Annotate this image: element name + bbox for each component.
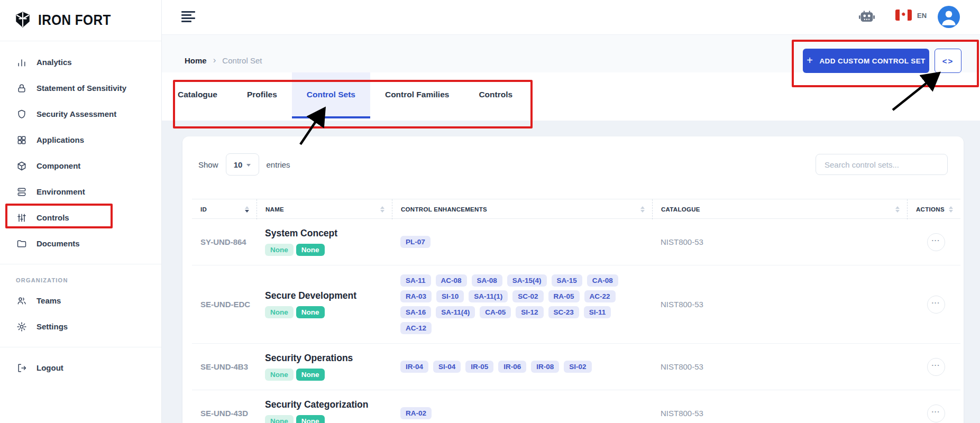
sidebar-item-security-assessment[interactable]: Security Assessment <box>0 101 161 127</box>
hamburger-menu-icon[interactable] <box>181 11 195 24</box>
top-bar: EN <box>162 0 980 35</box>
tab-controls[interactable]: Controls <box>464 72 527 118</box>
enhancement-chip: IR-05 <box>465 361 493 373</box>
folder-icon <box>16 238 28 250</box>
sidebar-item-documents[interactable]: Documents <box>0 231 161 256</box>
enhancement-chip: AC-12 <box>400 322 432 334</box>
column-header-catalogue[interactable]: CATALOGUE <box>652 199 907 219</box>
control-sets-table: ID NAME CONTROL ENHANCEMENTS CATALOGUE <box>192 199 960 423</box>
lock-icon <box>16 82 28 94</box>
code-icon: <> <box>942 57 954 66</box>
table-row: SE-UND-EDC Secure Development NoneNone S… <box>192 265 960 344</box>
breadcrumb-home[interactable]: Home <box>185 56 207 65</box>
tab-control-sets[interactable]: Control Sets <box>292 72 370 118</box>
row-name-cell: Security Categorization NoneNone <box>257 399 392 423</box>
grid-icon <box>16 134 28 146</box>
plus-icon: + <box>807 54 813 67</box>
show-label: Show <box>198 160 218 169</box>
enhancement-chip: SA-15(4) <box>507 274 547 287</box>
sidebar: IRON FORT Analytics Statement of Sensiti… <box>0 0 162 423</box>
entries-label: entries <box>267 160 290 169</box>
ellipsis-icon: ··· <box>932 408 940 416</box>
sort-icon <box>895 206 900 213</box>
row-badges: NoneNone <box>265 369 388 381</box>
row-id: SE-UND-43D <box>192 409 257 418</box>
row-actions-cell: ··· <box>907 296 960 314</box>
ellipsis-icon: ··· <box>932 361 940 369</box>
chevron-right-icon: › <box>213 55 216 66</box>
column-header-name[interactable]: NAME <box>257 199 392 219</box>
enhancement-chip: RA-02 <box>400 407 432 419</box>
sidebar-item-component[interactable]: Component <box>0 153 161 179</box>
control-sets-card: Show 10 entries ID NAME <box>182 136 964 423</box>
robot-icon[interactable] <box>858 7 876 25</box>
tab-strip: Catalogue Profiles Control Sets Control … <box>162 72 980 121</box>
sidebar-item-statement-of-sensitivity[interactable]: Statement of Sensitivity <box>0 75 161 101</box>
ellipsis-icon: ··· <box>932 236 940 244</box>
status-badge: None <box>296 244 325 256</box>
sidebar-divider <box>0 264 161 264</box>
table-body: SY-UND-864 System Concept NoneNone PL-07… <box>192 219 960 423</box>
row-catalogue: NIST800-53 <box>652 409 907 418</box>
sidebar-item-logout[interactable]: Logout <box>0 355 161 381</box>
enhancement-chip: SI-04 <box>433 361 461 373</box>
sidebar-item-applications[interactable]: Applications <box>0 127 161 153</box>
shield-icon <box>16 108 28 120</box>
row-enhancements-cell: PL-07 <box>392 236 652 248</box>
enhancement-chip: IR-08 <box>531 361 559 373</box>
enhancement-chip: IR-06 <box>498 361 526 373</box>
logout-icon <box>16 362 28 374</box>
enhancement-chip: RA-03 <box>400 290 432 302</box>
sidebar-item-settings[interactable]: Settings <box>0 314 161 339</box>
column-header-actions[interactable]: ACTIONS <box>907 199 960 219</box>
status-badge: None <box>265 244 294 256</box>
column-header-id[interactable]: ID <box>192 199 257 219</box>
sliders-icon <box>16 212 28 224</box>
sidebar-item-teams[interactable]: Teams <box>0 288 161 314</box>
row-menu-button[interactable]: ··· <box>927 296 945 314</box>
row-catalogue: NIST800-53 <box>652 362 907 371</box>
canada-flag-icon[interactable] <box>895 10 912 21</box>
main-content: Home › Control Set Catalogue Profiles Co… <box>162 35 980 423</box>
enhancement-chips: IR-04SI-04IR-05IR-06IR-08SI-02 <box>400 361 639 373</box>
row-badges: NoneNone <box>265 306 388 318</box>
row-name-cell: Security Operations NoneNone <box>257 353 392 381</box>
tab-control-families[interactable]: Control Families <box>370 72 464 118</box>
tab-profiles[interactable]: Profiles <box>232 72 292 118</box>
sidebar-nav: Analytics Statement of Sensitivity Secur… <box>0 41 161 381</box>
table-header: ID NAME CONTROL ENHANCEMENTS CATALOGUE <box>192 199 960 219</box>
iron-fort-logo-icon <box>14 11 32 31</box>
add-custom-control-set-button[interactable]: + ADD CUSTOM CONTROL SET <box>803 49 929 73</box>
sidebar-item-analytics[interactable]: Analytics <box>0 49 161 75</box>
column-header-control-enhancements[interactable]: CONTROL ENHANCEMENTS <box>392 199 652 219</box>
search-input[interactable] <box>816 154 948 175</box>
control-set-name: Security Operations <box>265 353 388 364</box>
row-actions-cell: ··· <box>907 358 960 376</box>
row-badges: NoneNone <box>265 244 388 256</box>
status-badge: None <box>296 415 325 423</box>
sidebar-item-controls[interactable]: Controls <box>0 205 161 231</box>
enhancement-chip: SA-16 <box>400 306 431 318</box>
language-label[interactable]: EN <box>917 12 927 20</box>
page-size-row: Show 10 entries <box>198 153 290 176</box>
enhancement-chip: SA-11(4) <box>436 306 475 318</box>
row-badges: NoneNone <box>265 415 388 423</box>
user-avatar[interactable] <box>938 6 960 28</box>
bar-chart-icon <box>16 57 28 68</box>
row-menu-button[interactable]: ··· <box>927 233 945 251</box>
table-row: SE-UND-43D Security Categorization NoneN… <box>192 390 960 423</box>
row-menu-button[interactable]: ··· <box>927 404 945 422</box>
code-view-button[interactable]: <> <box>935 49 961 73</box>
enhancement-chip: CA-05 <box>480 306 511 318</box>
tab-catalogue[interactable]: Catalogue <box>163 72 232 118</box>
enhancement-chip: SA-15 <box>552 274 582 287</box>
enhancement-chips: RA-02 <box>400 407 639 419</box>
enhancement-chip: IR-04 <box>400 361 428 373</box>
page-size-select[interactable]: 10 <box>226 153 259 176</box>
table-row: SY-UND-864 System Concept NoneNone PL-07… <box>192 219 960 265</box>
sort-icon <box>949 206 953 213</box>
brand-logo[interactable]: IRON FORT <box>0 0 161 41</box>
sidebar-item-environment[interactable]: Environment <box>0 179 161 205</box>
ellipsis-icon: ··· <box>932 299 940 307</box>
row-menu-button[interactable]: ··· <box>927 358 945 376</box>
